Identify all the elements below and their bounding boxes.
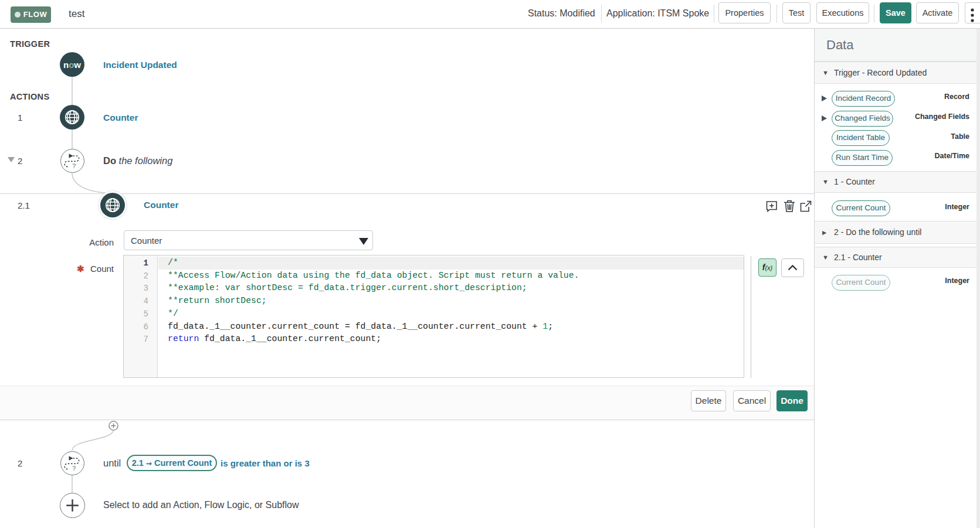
svg-text:?: ?	[72, 465, 76, 472]
svg-text:?: ?	[72, 162, 76, 169]
